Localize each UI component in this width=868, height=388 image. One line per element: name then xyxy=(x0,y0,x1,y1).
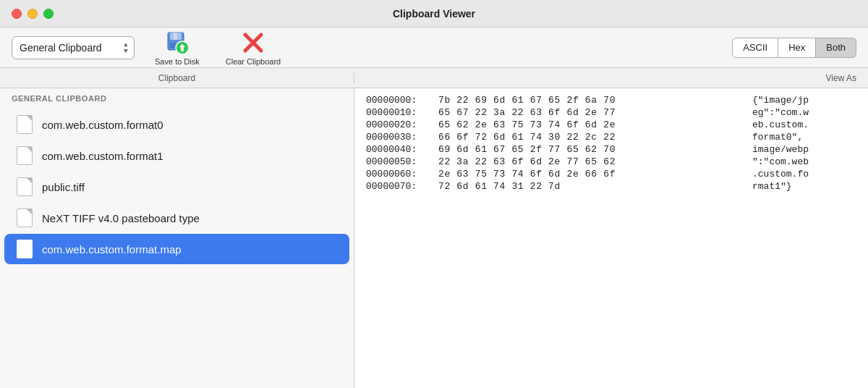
file-icon xyxy=(16,208,33,228)
hex-bytes: 72 6d 61 74 31 22 7d xyxy=(438,181,741,192)
hex-offset: 00000060: xyxy=(366,169,438,180)
file-icon xyxy=(16,146,33,166)
hex-row: 00000030: 66 6f 72 6d 61 74 30 22 2c 22 … xyxy=(354,131,868,143)
hex-row: 00000000: 7b 22 69 6d 61 67 65 2f 6a 70 … xyxy=(354,94,868,106)
file-icon xyxy=(16,114,33,135)
view-ascii-button[interactable]: ASCII xyxy=(732,38,778,58)
item-name: NeXT TIFF v4.0 pasteboard type xyxy=(42,212,200,224)
file-icon-selected xyxy=(16,239,33,259)
hex-offset: 00000010: xyxy=(366,107,438,118)
clipboard-column-header: Clipboard xyxy=(0,73,354,83)
main-content: GENERAL CLIPBOARD com.web.custom.format0… xyxy=(0,88,868,388)
hex-ascii: eg":"com.w xyxy=(741,107,856,118)
hex-ascii: image/webp xyxy=(741,144,856,155)
list-item-selected[interactable]: com.web.custom.format.map xyxy=(4,234,349,264)
view-hex-button[interactable]: Hex xyxy=(778,38,816,58)
column-headers: Clipboard View As xyxy=(0,68,868,88)
hex-row: 00000010: 65 67 22 3a 22 63 6f 6d 2e 77 … xyxy=(354,106,868,119)
clipboard-dropdown-wrapper[interactable]: General Clipboard Find Pasteboard Drag P… xyxy=(12,36,135,59)
viewas-column-header: View As xyxy=(354,73,868,83)
hex-offset: 00000020: xyxy=(366,119,438,130)
clear-clipboard-icon xyxy=(240,30,266,56)
hex-ascii: {"image/jp xyxy=(741,95,856,106)
hex-bytes: 2e 63 75 73 74 6f 6d 2e 66 6f xyxy=(438,169,741,180)
hex-row: 00000050: 22 3a 22 63 6f 6d 2e 77 65 62 … xyxy=(354,156,868,168)
hex-ascii: ":"com.web xyxy=(741,156,856,167)
traffic-lights xyxy=(12,9,54,19)
save-to-disk-button[interactable]: Save to Disk xyxy=(149,28,205,67)
hex-bytes: 7b 22 69 6d 61 67 65 2f 6a 70 xyxy=(438,95,741,106)
list-item[interactable]: NeXT TIFF v4.0 pasteboard type xyxy=(4,203,349,233)
hex-offset: 00000050: xyxy=(366,156,438,167)
file-icon xyxy=(16,177,33,197)
list-item[interactable]: com.web.custom.format0 xyxy=(4,109,349,140)
window-title: Clipboard Viewer xyxy=(393,8,475,20)
clear-clipboard-button[interactable]: Clear Clipboard xyxy=(220,28,286,67)
clear-clipboard-label: Clear Clipboard xyxy=(226,57,281,66)
hex-bytes: 66 6f 72 6d 61 74 30 22 2c 22 xyxy=(438,132,741,143)
list-item[interactable]: com.web.custom.format1 xyxy=(4,140,349,171)
left-panel: GENERAL CLIPBOARD com.web.custom.format0… xyxy=(0,88,354,388)
title-bar: Clipboard Viewer xyxy=(0,0,868,28)
hex-viewer: 00000000: 7b 22 69 6d 61 67 65 2f 6a 70 … xyxy=(354,88,868,388)
view-as-group: ASCII Hex Both xyxy=(732,38,856,58)
minimize-button[interactable] xyxy=(27,9,38,19)
hex-ascii: .custom.fo xyxy=(741,169,856,180)
hex-bytes: 22 3a 22 63 6f 6d 2e 77 65 62 xyxy=(438,156,741,167)
svg-rect-2 xyxy=(174,33,177,40)
hex-bytes: 65 62 2e 63 75 73 74 6f 6d 2e xyxy=(438,119,741,130)
list-item[interactable]: public.tiff xyxy=(4,172,349,202)
hex-offset: 00000040: xyxy=(366,144,438,155)
format-list: com.web.custom.format0 com.web.custom.fo… xyxy=(0,106,354,388)
view-both-button[interactable]: Both xyxy=(816,38,856,58)
save-to-disk-icon xyxy=(164,30,190,56)
hex-bytes: 65 67 22 3a 22 63 6f 6d 2e 77 xyxy=(438,107,741,118)
hex-rows-container: 00000000: 7b 22 69 6d 61 67 65 2f 6a 70 … xyxy=(354,94,868,193)
toolbar-left: General Clipboard Find Pasteboard Drag P… xyxy=(12,28,286,67)
hex-row: 00000070: 72 6d 61 74 31 22 7d rmat1"} xyxy=(354,180,868,193)
item-name: com.web.custom.format0 xyxy=(42,119,163,131)
section-header: GENERAL CLIPBOARD xyxy=(0,88,354,106)
hex-row: 00000060: 2e 63 75 73 74 6f 6d 2e 66 6f … xyxy=(354,168,868,180)
hex-ascii: format0", xyxy=(741,132,856,143)
toolbar: General Clipboard Find Pasteboard Drag P… xyxy=(0,28,868,68)
item-name: public.tiff xyxy=(42,181,85,193)
hex-row: 00000040: 69 6d 61 67 65 2f 77 65 62 70 … xyxy=(354,143,868,156)
hex-offset: 00000000: xyxy=(366,95,438,106)
close-button[interactable] xyxy=(12,9,22,19)
hex-row: 00000020: 65 62 2e 63 75 73 74 6f 6d 2e … xyxy=(354,119,868,131)
hex-ascii: eb.custom. xyxy=(741,119,856,130)
clipboard-dropdown[interactable]: General Clipboard Find Pasteboard Drag P… xyxy=(12,36,135,59)
zoom-button[interactable] xyxy=(43,9,54,19)
item-name-selected: com.web.custom.format.map xyxy=(42,243,182,256)
hex-offset: 00000030: xyxy=(366,132,438,143)
hex-offset: 00000070: xyxy=(366,181,438,192)
item-name: com.web.custom.format1 xyxy=(42,150,163,162)
hex-bytes: 69 6d 61 67 65 2f 77 65 62 70 xyxy=(438,144,741,155)
hex-ascii: rmat1"} xyxy=(741,181,856,192)
save-to-disk-label: Save to Disk xyxy=(155,57,200,66)
